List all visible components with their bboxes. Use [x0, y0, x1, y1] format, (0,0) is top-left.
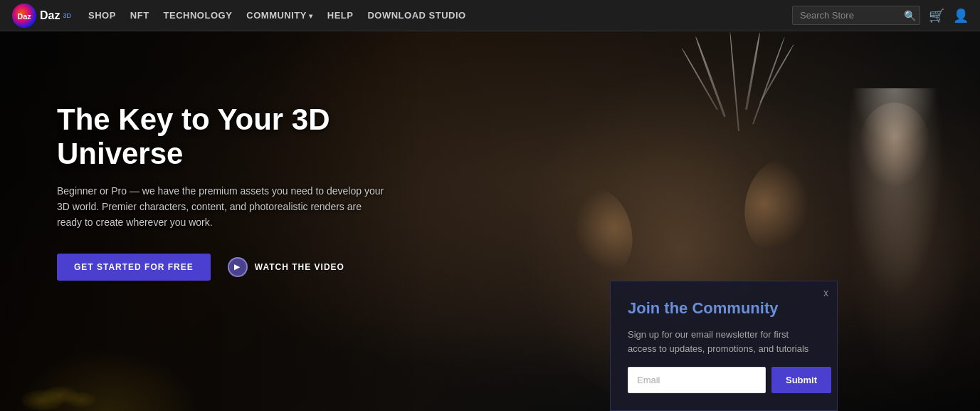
popup-description: Sign up for our email newsletter for fir…	[628, 328, 820, 355]
get-started-button[interactable]: GET STARTED FOR FREE	[57, 254, 211, 281]
logo-superscript: 3D	[63, 12, 71, 19]
user-icon[interactable]: 👤	[953, 8, 969, 24]
nav-right: 🔍 🛒 👤	[792, 6, 969, 25]
creature-hair	[667, 31, 809, 160]
nav-technology[interactable]: TECHNOLOGY	[164, 10, 233, 21]
hero-section: The Key to Your 3D Universe Beginner or …	[0, 31, 980, 411]
nav-community[interactable]: COMMUNITY	[246, 10, 312, 21]
watch-video-label: WATCH THE VIDEO	[255, 262, 344, 272]
popup-title: Join the Community	[628, 298, 820, 319]
play-icon: ▶	[228, 257, 248, 277]
popup-close-button[interactable]: x	[823, 287, 828, 298]
popup-form: Submit	[628, 367, 820, 393]
newsletter-popup: x Join the Community Sign up for our ema…	[610, 281, 838, 411]
svg-text:Daz: Daz	[17, 12, 31, 21]
nav-nft[interactable]: NFT	[130, 10, 149, 21]
logo[interactable]: Daz Daz3D	[11, 3, 71, 28]
warrior-figure-art	[838, 88, 980, 411]
nav-links: SHOP NFT TECHNOLOGY COMMUNITY HELP DOWNL…	[88, 10, 775, 21]
search-input[interactable]	[792, 6, 920, 25]
hero-buttons: GET STARTED FOR FREE ▶ WATCH THE VIDEO	[57, 254, 413, 281]
nav-download-studio[interactable]: DOWNLOAD STUDIO	[367, 10, 465, 21]
nav-help[interactable]: HELP	[327, 10, 354, 21]
search-icon: 🔍	[904, 10, 916, 21]
cart-icon[interactable]: 🛒	[929, 8, 944, 24]
daz-logo-icon: Daz	[11, 3, 37, 28]
submit-button[interactable]: Submit	[771, 367, 831, 393]
watch-video-button[interactable]: ▶ WATCH THE VIDEO	[228, 257, 344, 277]
coins-decoration	[0, 340, 214, 411]
search-wrapper: 🔍	[792, 6, 920, 25]
navbar: Daz Daz3D SHOP NFT TECHNOLOGY COMMUNITY …	[0, 0, 980, 31]
hero-subtitle: Beginner or Pro — we have the premium as…	[57, 183, 384, 231]
email-input[interactable]	[628, 367, 766, 393]
search-button[interactable]: 🔍	[904, 10, 916, 21]
logo-text: Daz	[40, 9, 60, 22]
nav-shop[interactable]: SHOP	[88, 10, 116, 21]
hero-title: The Key to Your 3D Universe	[57, 103, 413, 172]
hero-content: The Key to Your 3D Universe Beginner or …	[57, 103, 413, 281]
